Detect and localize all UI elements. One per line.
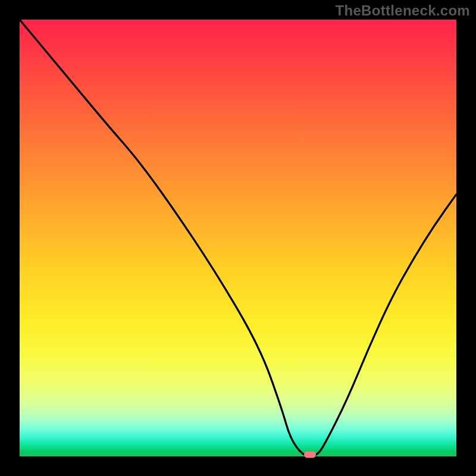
optimum-marker: [304, 452, 316, 458]
plot-area: [20, 20, 456, 456]
watermark-text: TheBottleneck.com: [336, 2, 470, 19]
chart-container: TheBottleneck.com: [0, 0, 476, 476]
bottleneck-curve: [20, 20, 456, 456]
curve-path: [20, 20, 456, 456]
